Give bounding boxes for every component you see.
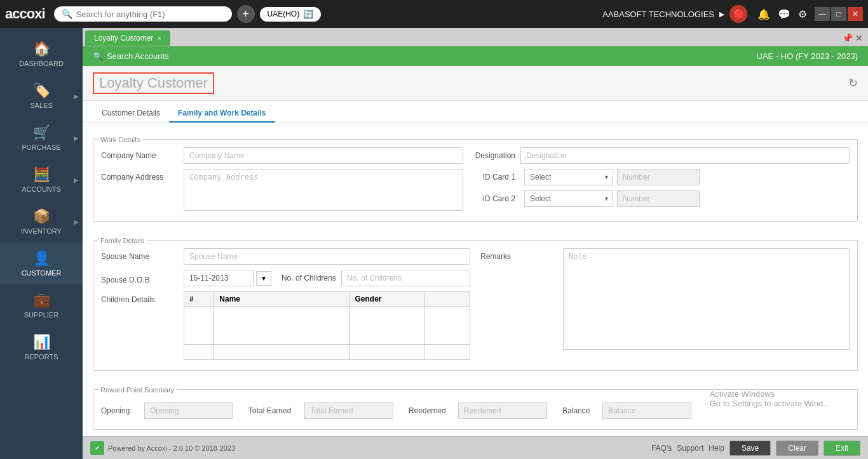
sidebar-label-accounts: ACCOUNTS: [22, 185, 61, 193]
work-details-section: Work Details Company Name Designation Co…: [93, 130, 858, 222]
search-input[interactable]: [76, 10, 216, 19]
designation-label: Designation: [463, 147, 520, 160]
sidebar-item-purchase[interactable]: 🛒 PURCHASE ▶: [0, 117, 83, 159]
spouse-dob-label: Spouse D.O.B: [101, 272, 184, 284]
redeemed-input[interactable]: [458, 402, 547, 419]
company-name: AABASOFT TECHNOLOGIES: [602, 10, 714, 19]
work-details-content: Company Name Designation Company Address: [93, 139, 858, 222]
tab-actions: 📌 ✕: [842, 33, 865, 43]
family-details-label: Family Details: [98, 237, 147, 244]
children-table-header-row: # Name Gender: [184, 292, 470, 307]
col-hash: #: [184, 292, 214, 307]
reward-summary-content: Opening Total Earned Reedemed Balance: [93, 389, 858, 430]
settings-icon[interactable]: ⚙: [798, 8, 807, 20]
sidebar-item-sales[interactable]: 🏷️ SALES ▶: [0, 75, 83, 117]
tab-pin-icon[interactable]: 📌: [842, 33, 853, 43]
loyalty-customer-tab[interactable]: Loyalty Customer ×: [85, 30, 170, 46]
maximize-button[interactable]: □: [831, 7, 846, 21]
sidebar-item-supplier[interactable]: 💼 SUPPLIER: [0, 284, 83, 326]
sidebar-item-accounts[interactable]: 🧮 ACCOUNTS ▶: [0, 159, 83, 201]
opening-input[interactable]: [144, 402, 233, 419]
sidebar-item-inventory[interactable]: 📦 INVENTORY ▶: [0, 201, 83, 243]
spouse-dob-row: Spouse D.O.B ▼ No. of Childrens: [101, 270, 470, 286]
id-card1-number-input[interactable]: [617, 169, 700, 185]
children-details-row: Children Details # Name Gender: [101, 291, 470, 360]
message-icon[interactable]: 💬: [778, 8, 790, 20]
children-details-label: Children Details: [101, 291, 184, 304]
add-button[interactable]: +: [237, 5, 255, 23]
clear-button[interactable]: Clear: [776, 441, 818, 456]
family-left-col: Spouse Name Spouse D.O.B ▼ No. of Childr…: [101, 248, 470, 365]
designation-input[interactable]: [520, 147, 850, 164]
id-card1-select[interactable]: Select: [524, 169, 613, 185]
sidebar: 🏠 DASHBOARD 🏷️ SALES ▶ 🛒 PURCHASE ▶ 🧮 AC…: [0, 28, 83, 459]
company-address-row: Company Address ID Card 1 Select: [101, 169, 850, 211]
id-card2-number-input[interactable]: [617, 190, 700, 207]
save-button[interactable]: Save: [729, 441, 771, 456]
remarks-label: Remarks: [480, 248, 563, 261]
user-avatar[interactable]: 🔴: [729, 5, 747, 23]
id-card2-select[interactable]: Select: [524, 190, 613, 207]
sidebar-item-customer[interactable]: 👤 CUSTOMER: [0, 243, 83, 284]
col-extra: [424, 292, 470, 307]
remarks-row: Remarks: [480, 248, 850, 350]
search-accounts-button[interactable]: 🔍 Search Accounts: [93, 51, 169, 61]
footer-right: FAQ's Support Help Save Clear Exit: [651, 441, 860, 456]
app-logo: accoxi: [5, 6, 45, 22]
balance-label: Balance: [562, 406, 597, 415]
content-area: Loyalty Customer × 📌 ✕ 🔍 Search Accounts…: [83, 28, 868, 459]
support-link[interactable]: Support: [677, 444, 703, 453]
id-card1-label: ID Card 1: [463, 173, 520, 182]
family-details-columns: Spouse Name Spouse D.O.B ▼ No. of Childr…: [101, 248, 850, 365]
tab-family-work-details[interactable]: Family and Work Details: [169, 105, 275, 123]
sidebar-item-reports[interactable]: 📊 REPORTS: [0, 326, 83, 368]
tab-customer-details[interactable]: Customer Details: [93, 105, 169, 123]
tab-label: Loyalty Customer: [94, 34, 153, 43]
balance-input[interactable]: [602, 402, 691, 419]
tab-close-all-icon[interactable]: ✕: [855, 33, 863, 43]
spouse-name-input[interactable]: [184, 248, 470, 265]
exit-button[interactable]: Exit: [824, 441, 860, 456]
form-tabs: Customer Details Family and Work Details: [83, 101, 868, 123]
sidebar-label-supplier: SUPPLIER: [24, 311, 58, 319]
accounts-icon: 🧮: [33, 166, 50, 183]
window-controls: — □ ✕: [815, 7, 863, 21]
minimize-button[interactable]: —: [815, 7, 830, 21]
faqs-link[interactable]: FAQ's: [651, 444, 672, 453]
refresh-form-icon[interactable]: ↻: [848, 76, 858, 90]
refresh-icon[interactable]: 🔄: [303, 10, 313, 19]
reward-summary-label: Reward Point Summary: [98, 386, 177, 394]
footer: ✓ Powered by Accoxi - 2.0.10 © 2018-2023…: [83, 436, 868, 459]
sidebar-label-customer: CUSTOMER: [22, 269, 62, 277]
sidebar-item-dashboard[interactable]: 🏠 DASHBOARD: [0, 33, 83, 75]
company-name-input[interactable]: [184, 147, 463, 164]
id-card1-row: ID Card 1 Select: [463, 169, 850, 185]
work-details-label: Work Details: [98, 136, 142, 143]
notification-icon[interactable]: 🔔: [757, 8, 770, 20]
empty-row-1: [184, 307, 470, 345]
remarks-textarea[interactable]: [563, 248, 850, 350]
family-right-col: Remarks: [480, 248, 850, 365]
children-table: # Name Gender: [184, 291, 470, 360]
company-address-input[interactable]: [184, 169, 463, 211]
total-earned-input[interactable]: [304, 402, 393, 419]
sidebar-label-purchase: PURCHASE: [22, 143, 60, 151]
spouse-dob-input[interactable]: [184, 270, 254, 286]
branch-badge[interactable]: UAE(HO) 🔄: [260, 7, 322, 22]
form-title-bar: Loyalty Customer ↻: [83, 66, 868, 101]
spouse-dob-input-group: ▼: [184, 270, 271, 286]
tab-bar: Loyalty Customer × 📌 ✕: [83, 28, 868, 46]
spouse-name-label: Spouse Name: [101, 248, 184, 261]
sidebar-label-inventory: INVENTORY: [21, 227, 62, 235]
children-table-body: [184, 307, 470, 360]
close-button[interactable]: ✕: [848, 7, 863, 21]
col-gender: Gender: [349, 292, 424, 307]
tab-close-icon[interactable]: ×: [157, 34, 161, 42]
supplier-icon: 💼: [33, 292, 50, 309]
num-childrens-input[interactable]: [341, 270, 470, 286]
accounts-arrow: ▶: [74, 176, 79, 183]
search-bar[interactable]: 🔍: [54, 6, 232, 22]
sales-icon: 🏷️: [33, 83, 50, 99]
help-link[interactable]: Help: [709, 444, 724, 453]
spouse-dob-dropdown-button[interactable]: ▼: [256, 271, 271, 286]
